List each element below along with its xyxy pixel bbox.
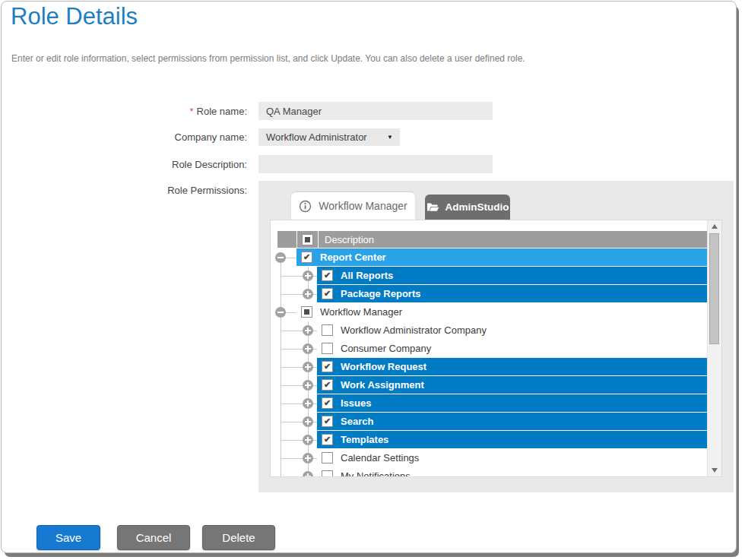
grid-header: Description — [277, 231, 707, 248]
required-asterisk: * — [189, 106, 193, 117]
row-label: My Notifications — [341, 470, 411, 476]
row-checkbox[interactable] — [322, 343, 333, 354]
expand-toggle-icon[interactable] — [303, 325, 313, 336]
expand-toggle-icon[interactable] — [303, 289, 313, 299]
expand-toggle-icon[interactable] — [303, 398, 313, 409]
tree-row[interactable]: Work Assignment — [271, 376, 707, 394]
row-label: Templates — [341, 434, 388, 445]
scroll-up-icon[interactable] — [712, 224, 718, 229]
vertical-scrollbar[interactable] — [707, 220, 721, 476]
row-label: Search — [341, 416, 373, 427]
select-all-checkbox[interactable] — [302, 234, 313, 245]
tab-workflow-manager[interactable]: Workflow Manager — [291, 192, 415, 220]
permissions-panel: Workflow Manager AdminStudio Description — [258, 181, 734, 492]
row-label: Package Reports — [341, 288, 421, 299]
row-checkbox[interactable] — [322, 324, 333, 336]
expand-toggle-icon[interactable] — [303, 362, 313, 372]
row-checkbox[interactable] — [322, 288, 333, 299]
save-button[interactable]: Save — [36, 525, 100, 550]
row-label: Work Assignment — [341, 379, 424, 391]
grid-header-description-cell: Description — [319, 231, 707, 248]
expand-toggle-icon[interactable] — [303, 343, 313, 354]
role-permissions-label: Role Permissions: — [2, 185, 247, 196]
tree-row[interactable]: Workflow Administrator Company — [271, 321, 707, 340]
tree-row-body: Workflow Request — [317, 358, 707, 375]
tree-row-body: My Notifications — [317, 467, 707, 476]
dropdown-arrow-icon: ▼ — [387, 134, 393, 141]
grid-header-expander-cell — [277, 231, 296, 248]
grid-header-checkbox-cell — [297, 231, 318, 248]
scroll-down-icon[interactable] — [712, 468, 718, 473]
row-checkbox[interactable] — [322, 270, 333, 281]
expand-toggle-icon[interactable] — [303, 435, 313, 445]
role-name-label: *Role name: — [2, 106, 247, 117]
role-description-label: Role Description: — [2, 159, 247, 170]
tree-row-body: Search — [317, 413, 707, 430]
tree-row[interactable]: Calendar Settings — [271, 449, 707, 467]
scrollbar-thumb[interactable] — [709, 233, 719, 344]
tree-row-body: Report Center — [296, 248, 707, 266]
company-name-row: Company name: Workflow Administrator ▼ — [2, 128, 400, 146]
tab-adminstudio-label: AdminStudio — [445, 201, 509, 213]
tree-row-body: Package Reports — [317, 285, 707, 302]
tree-row-body: Workflow Administrator Company — [317, 321, 707, 339]
role-description-input[interactable] — [258, 155, 493, 173]
permissions-list: Description Report CenterAll ReportsPack… — [270, 220, 722, 477]
row-checkbox[interactable] — [322, 452, 333, 464]
company-name-label: Company name: — [2, 131, 247, 143]
role-name-row: *Role name: — [2, 102, 493, 120]
tree-row-body: Consumer Company — [317, 340, 707, 357]
delete-button[interactable]: Delete — [202, 525, 275, 550]
collapse-toggle-icon[interactable] — [275, 252, 286, 263]
tree-row[interactable]: My Notifications — [271, 467, 707, 476]
tree-row-body: Work Assignment — [317, 376, 707, 394]
row-checkbox[interactable] — [322, 361, 333, 372]
tab-adminstudio[interactable]: AdminStudio — [425, 195, 510, 220]
row-label: Calendar Settings — [341, 452, 419, 464]
tree-row[interactable]: Templates — [271, 431, 707, 449]
permissions-grid: Description Report CenterAll ReportsPack… — [271, 231, 707, 476]
expand-toggle-icon[interactable] — [303, 416, 313, 427]
expand-toggle-icon[interactable] — [303, 380, 313, 391]
page-subtitle: Enter or edit role information, select p… — [11, 53, 525, 64]
window-frame: Role Details Enter or edit role informat… — [1, 1, 737, 553]
row-checkbox[interactable] — [322, 434, 333, 445]
tree-row[interactable]: Workflow Manager — [271, 303, 707, 321]
row-checkbox[interactable] — [322, 470, 333, 476]
row-label: Consumer Company — [341, 343, 431, 354]
tree-row[interactable]: Package Reports — [271, 285, 707, 303]
company-name-dropdown[interactable]: Workflow Administrator ▼ — [258, 128, 400, 146]
description-column-label: Description — [325, 234, 374, 245]
row-label: Workflow Manager — [320, 306, 402, 318]
tree-row[interactable]: Search — [271, 413, 707, 431]
open-folder-icon — [426, 202, 439, 212]
tree-row-body: Workflow Manager — [296, 303, 707, 321]
info-circle-icon — [299, 200, 312, 213]
cancel-button[interactable]: Cancel — [117, 525, 190, 550]
row-checkbox[interactable] — [322, 379, 333, 391]
tree-row[interactable]: Report Center — [271, 248, 707, 267]
company-name-value: Workflow Administrator — [266, 131, 367, 143]
row-checkbox[interactable] — [322, 397, 333, 409]
tree-row[interactable]: Consumer Company — [271, 340, 707, 358]
row-label: Report Center — [320, 252, 386, 263]
expand-toggle-icon[interactable] — [303, 471, 313, 476]
tree-rows: Report CenterAll ReportsPackage ReportsW… — [271, 248, 707, 476]
expand-toggle-icon[interactable] — [303, 453, 313, 464]
tree-row[interactable]: Issues — [271, 394, 707, 413]
row-checkbox[interactable] — [301, 252, 312, 263]
tab-workflow-manager-label: Workflow Manager — [319, 200, 407, 212]
row-label: All Reports — [341, 270, 393, 281]
row-checkbox[interactable] — [301, 306, 312, 318]
row-checkbox[interactable] — [322, 416, 333, 427]
page-title: Role Details — [11, 3, 138, 30]
expand-toggle-icon[interactable] — [303, 271, 313, 281]
tree-row[interactable]: All Reports — [271, 267, 707, 285]
role-name-input[interactable] — [258, 102, 493, 120]
collapse-toggle-icon[interactable] — [275, 307, 286, 318]
tree-row[interactable]: Workflow Request — [271, 358, 707, 376]
tree-row-body: Calendar Settings — [317, 449, 707, 467]
role-description-row: Role Description: — [2, 155, 493, 173]
row-label: Issues — [341, 397, 371, 409]
tree-row-body: Templates — [317, 431, 707, 448]
